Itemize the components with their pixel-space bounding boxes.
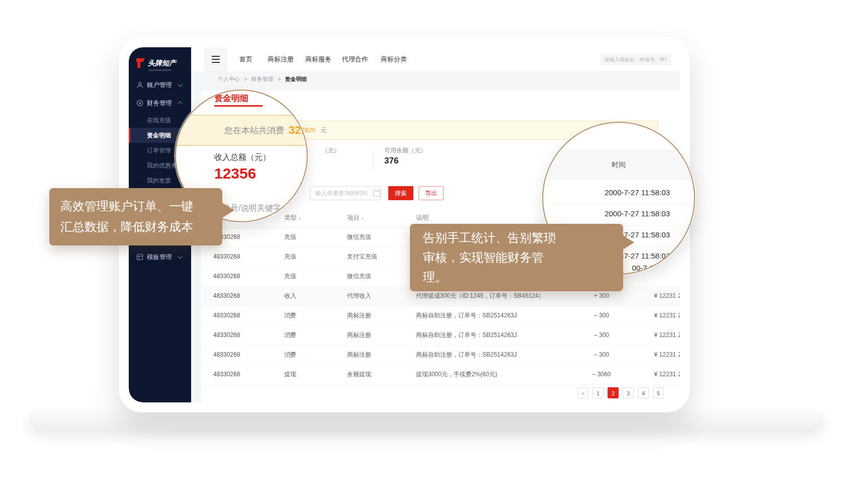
pagination-page-4[interactable]: 4 bbox=[638, 387, 649, 398]
nav-link-home[interactable]: 首页 bbox=[239, 47, 252, 71]
cell-order: 48330268 bbox=[213, 325, 240, 345]
cell-project: 余额提现 bbox=[347, 365, 371, 384]
cell-desc: 商标自助注册，订单号：SB2514263J bbox=[416, 345, 582, 365]
pagination-page-2-active[interactable]: 2 bbox=[608, 387, 619, 398]
export-button[interactable]: 导出 bbox=[418, 186, 444, 200]
cell-project: 商标注册 bbox=[347, 306, 371, 325]
cell-balance: ¥ 12231 bbox=[642, 345, 676, 365]
sidebar-item-label: 资金明细 bbox=[147, 131, 171, 140]
cell-type: 收入 bbox=[284, 286, 296, 306]
search-input[interactable] bbox=[601, 53, 671, 65]
magnified-time-header-band: 时间 bbox=[543, 150, 694, 179]
pagination-page-1[interactable]: 1 bbox=[592, 387, 604, 398]
magnified-time-value: 2000-7-27 11:58:03 bbox=[542, 209, 670, 218]
column-header-project[interactable]: 项目∨ bbox=[347, 208, 364, 227]
breadcrumb-separator: > bbox=[244, 76, 247, 82]
chevron-down-icon bbox=[178, 254, 183, 259]
cell-balance: ¥ 12231 bbox=[642, 365, 676, 384]
banner-unit: 元 bbox=[320, 121, 327, 139]
tooltip-left: 高效管理账户订单、一键 汇总数据，降低财务成本 bbox=[49, 188, 222, 245]
pagination-prev-button[interactable]: < bbox=[577, 387, 588, 398]
cell-type: 充值 bbox=[284, 227, 296, 247]
magnified-income-label: 收入总额（元） bbox=[214, 152, 271, 163]
cell-project: 支付宝充值 bbox=[347, 247, 377, 267]
cell-time-clipped: 2000-7-27 11:58:03 bbox=[678, 306, 680, 325]
cell-project: 商标注册 bbox=[347, 325, 371, 345]
magnified-tab-underline bbox=[214, 105, 263, 107]
sidebar-item-label: 账户管理 bbox=[147, 81, 172, 90]
cell-order: 48330268 bbox=[213, 306, 240, 325]
table-row[interactable]: 48330268 消费 商标注册 商标自助注册，订单号：SB2514263J –… bbox=[201, 345, 680, 365]
pagination-page-5[interactable]: 5 bbox=[653, 387, 664, 398]
chevron-down-icon bbox=[178, 82, 183, 87]
sidebar-item-template[interactable]: 模板管理 bbox=[129, 248, 191, 266]
cell-balance: ¥ 12231 bbox=[642, 286, 676, 306]
cell-project: 代理收入 bbox=[347, 286, 371, 306]
date-query-input[interactable] bbox=[310, 186, 381, 200]
table-row[interactable]: 48330268 消费 商标注册 商标自助注册，订单号：SB2514263J –… bbox=[201, 325, 680, 346]
logo-text: 头牌知产 bbox=[148, 59, 176, 68]
cell-desc: 提现3000元，手续费2%(60元) bbox=[416, 365, 582, 384]
sort-caret-icon: ∨ bbox=[298, 216, 301, 221]
cell-project: 微信充值 bbox=[347, 227, 371, 247]
sidebar-item-account[interactable]: 账户管理 bbox=[129, 76, 191, 94]
stat-mid-label-fragment: （元） bbox=[322, 146, 340, 155]
chevron-up-icon bbox=[178, 101, 183, 106]
pagination-page-3[interactable]: 3 bbox=[623, 387, 634, 398]
tooltip-text-line: 汇总数据，降低财务成本 bbox=[60, 216, 211, 237]
cell-time-clipped bbox=[678, 267, 680, 286]
magnified-income-value: 12356 bbox=[214, 165, 256, 182]
nav-link-trademark-category[interactable]: 商标分类 bbox=[381, 47, 407, 71]
nav-link-trademark-register[interactable]: 商标注册 bbox=[268, 47, 294, 71]
cell-time-clipped: 2000-7-27 11:58:03 bbox=[678, 325, 680, 345]
search-button[interactable]: 搜索 bbox=[388, 186, 413, 200]
finance-icon bbox=[136, 100, 143, 107]
column-header-type[interactable]: 类型∨ bbox=[284, 208, 301, 227]
table-row[interactable]: 48330268 消费 商标注册 商标自助注册，订单号：SB2514263J –… bbox=[201, 306, 680, 326]
cell-balance: ¥ 12231 bbox=[642, 325, 676, 345]
calendar-icon[interactable] bbox=[373, 190, 380, 197]
nav-link-trademark-service[interactable]: 商标服务 bbox=[305, 47, 331, 71]
cell-order: 48330268 bbox=[213, 286, 240, 306]
sidebar-item-label: 我的发票 bbox=[147, 177, 171, 185]
sidebar-item-label: 模板管理 bbox=[147, 253, 172, 262]
cell-type: 提现 bbox=[284, 365, 296, 384]
tooltip-text-line: 高效管理账户订单、一键 bbox=[60, 196, 211, 216]
breadcrumb-separator: > bbox=[278, 76, 281, 82]
cell-order: 48330268 bbox=[213, 345, 240, 365]
hamburger-menu-button[interactable] bbox=[204, 47, 227, 71]
available-balance-value: 376 bbox=[384, 156, 398, 166]
user-icon bbox=[136, 81, 143, 89]
cell-order: 48330268 bbox=[213, 267, 240, 286]
logo[interactable]: 头牌知产 bbox=[135, 57, 187, 72]
table-row[interactable]: 48330268 提现 余额提现 提现3000元，手续费2%(60元) – 30… bbox=[201, 365, 680, 385]
nav-link-agency[interactable]: 代理合作 bbox=[342, 47, 368, 71]
stage: 头牌知产 账户管理 财务管理 在线充值 bbox=[0, 0, 853, 504]
active-indicator bbox=[129, 128, 130, 143]
laptop-base bbox=[28, 410, 825, 430]
magnified-banner: 您在本站共消费 32124 bbox=[175, 115, 307, 146]
cell-time-clipped: 2000-7-27 11:58:03 bbox=[678, 365, 680, 384]
cell-type: 消费 bbox=[284, 306, 296, 325]
magnified-time-header: 时间 bbox=[543, 150, 694, 179]
magnified-time-value: 2000-7-27 11:58:03 bbox=[542, 188, 670, 197]
cell-project: 微信充值 bbox=[347, 267, 371, 286]
cell-time-clipped: 2000-7-27 11:58:03 bbox=[678, 286, 680, 306]
breadcrumb-current: 资金明细 bbox=[285, 76, 307, 82]
tooltip-text-line: 告别手工统计、告别繁琐 bbox=[423, 228, 610, 247]
tooltip-text-line: 审核，实现智能财务管 bbox=[423, 247, 610, 267]
cell-amount: – 300 bbox=[584, 345, 619, 365]
cell-desc: 商标自助注册，订单号：SB2514263J bbox=[416, 306, 582, 325]
cell-balance: ¥ 12231 bbox=[642, 306, 676, 325]
sidebar-item-label: 订单管理 bbox=[147, 146, 171, 155]
breadcrumb-item[interactable]: 财务管理 bbox=[251, 76, 274, 82]
sidebar-item-finance[interactable]: 财务管理 bbox=[129, 95, 191, 112]
tooltip-right: 告别手工统计、告别繁琐 审核，实现智能财务管 理。 bbox=[410, 224, 623, 291]
breadcrumb-item[interactable]: 个人中心 bbox=[218, 76, 240, 82]
cell-time-clipped bbox=[678, 247, 680, 267]
breadcrumb: 个人中心 > 财务管理 > 资金明细 bbox=[218, 71, 307, 87]
cell-type: 消费 bbox=[284, 325, 296, 345]
template-icon bbox=[136, 254, 143, 261]
cell-type: 充值 bbox=[284, 247, 296, 267]
cell-order: 48330268 bbox=[213, 247, 240, 267]
